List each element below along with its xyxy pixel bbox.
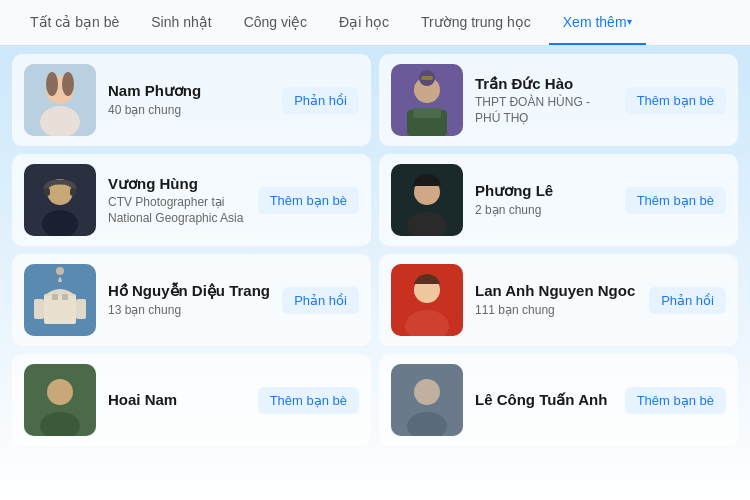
nav-item-more-label: Xem thêm [563,14,627,30]
nav-item-more[interactable]: Xem thêm ▾ [549,0,646,45]
svg-rect-20 [44,294,76,324]
person-info-phuong-le: Phương Lê 2 bạn chung [475,181,613,218]
action-button-vuong-hung[interactable]: Thêm bạn bè [258,187,359,214]
svg-point-33 [414,379,440,405]
svg-point-23 [56,267,64,275]
svg-rect-25 [76,299,86,319]
person-card-hoai-nam: Hoai Nam Thêm bạn bè [12,354,371,446]
nav-item-work[interactable]: Công việc [230,0,321,45]
svg-point-3 [46,72,58,96]
avatar-vuong-hung[interactable] [24,164,96,236]
svg-point-4 [62,72,74,96]
person-name: Lan Anh Nguyen Ngoc [475,281,637,301]
content-area: Nam Phương 40 bạn chung Phản hồi Trần Đứ… [0,46,750,454]
person-info-le-cong-tuan-anh: Lê Công Tuấn Anh [475,390,613,410]
person-card-ho-nguyen-dieu-trang: Hồ Nguyễn Diệu Trang 13 bạn chung Phản h… [12,254,371,346]
person-name: Vương Hùng [108,174,246,194]
person-card-nam-phuong: Nam Phương 40 bạn chung Phản hồi [12,54,371,146]
nav-item-university[interactable]: Đại học [325,0,403,45]
avatar-le-cong-tuan-anh[interactable] [391,364,463,436]
nav-bar: Tất cả bạn bèSinh nhậtCông việcĐại họcTr… [0,0,750,46]
chevron-down-icon: ▾ [627,16,632,27]
person-name: Hồ Nguyễn Diệu Trang [108,281,270,301]
avatar-lan-anh-nguyen-ngoc[interactable] [391,264,463,336]
person-card-tran-duc-hao: Trần Đức Hào THPT ĐOÀN HÙNG - PHÚ THỌ Th… [379,54,738,146]
avatar-tran-duc-hao[interactable] [391,64,463,136]
action-button-nam-phuong[interactable]: Phản hồi [282,87,359,114]
svg-point-30 [47,379,73,405]
person-card-le-cong-tuan-anh: Lê Công Tuấn Anh Thêm bạn bè [379,354,738,446]
avatar-ho-nguyen-dieu-trang[interactable] [24,264,96,336]
person-sub: 2 bạn chung [475,203,613,219]
person-sub: CTV Photographer tại National Geographic… [108,195,246,226]
person-sub: 13 bạn chung [108,303,270,319]
people-grid: Nam Phương 40 bạn chung Phản hồi Trần Đứ… [12,54,738,446]
svg-rect-14 [44,188,50,196]
person-card-phuong-le: Phương Lê 2 bạn chung Thêm bạn bè [379,154,738,246]
action-button-hoai-nam[interactable]: Thêm bạn bè [258,387,359,414]
action-button-tran-duc-hao[interactable]: Thêm bạn bè [625,87,726,114]
action-button-ho-nguyen-dieu-trang[interactable]: Phản hồi [282,287,359,314]
person-name: Trần Đức Hào [475,74,613,94]
svg-rect-8 [413,108,441,118]
person-sub: THPT ĐOÀN HÙNG - PHÚ THỌ [475,95,613,126]
person-info-lan-anh-nguyen-ngoc: Lan Anh Nguyen Ngoc 111 bạn chung [475,281,637,318]
person-info-vuong-hung: Vương Hùng CTV Photographer tại National… [108,174,246,227]
person-info-tran-duc-hao: Trần Đức Hào THPT ĐOÀN HÙNG - PHÚ THỌ [475,74,613,127]
svg-rect-10 [421,76,433,80]
nav-item-all[interactable]: Tất cả bạn bè [16,0,133,45]
person-info-hoai-nam: Hoai Nam [108,390,246,410]
action-button-le-cong-tuan-anh[interactable]: Thêm bạn bè [625,387,726,414]
person-info-ho-nguyen-dieu-trang: Hồ Nguyễn Diệu Trang 13 bạn chung [108,281,270,318]
nav-item-birthday[interactable]: Sinh nhật [137,0,225,45]
person-card-vuong-hung: Vương Hùng CTV Photographer tại National… [12,154,371,246]
action-button-phuong-le[interactable]: Thêm bạn bè [625,187,726,214]
avatar-hoai-nam[interactable] [24,364,96,436]
person-sub: 111 bạn chung [475,303,637,319]
person-name: Hoai Nam [108,390,246,410]
person-info-nam-phuong: Nam Phương 40 bạn chung [108,81,270,118]
person-sub: 40 bạn chung [108,103,270,119]
person-name: Nam Phương [108,81,270,101]
action-button-lan-anh-nguyen-ngoc[interactable]: Phản hồi [649,287,726,314]
person-name: Phương Lê [475,181,613,201]
svg-rect-24 [34,299,44,319]
svg-rect-15 [70,188,76,196]
avatar-nam-phuong[interactable] [24,64,96,136]
avatar-phuong-le[interactable] [391,164,463,236]
person-name: Lê Công Tuấn Anh [475,390,613,410]
svg-rect-22 [62,294,68,300]
person-card-lan-anh-nguyen-ngoc: Lan Anh Nguyen Ngoc 111 bạn chung Phản h… [379,254,738,346]
nav-item-highschool[interactable]: Trường trung học [407,0,545,45]
svg-rect-21 [52,294,58,300]
